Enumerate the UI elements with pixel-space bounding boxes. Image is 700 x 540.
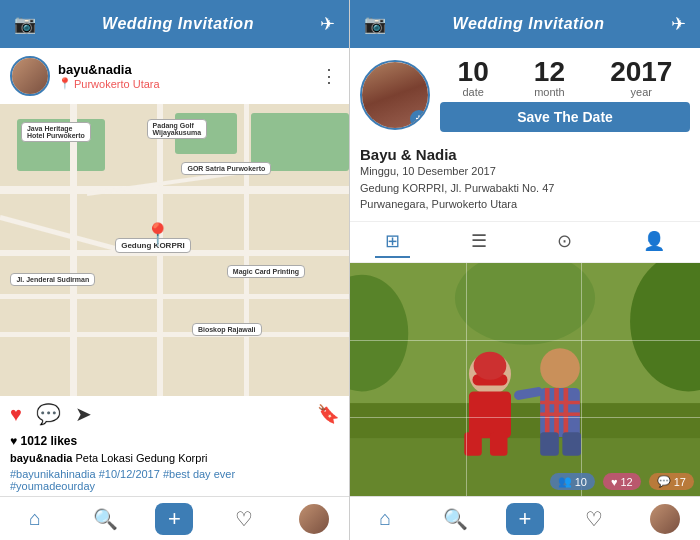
tab-circle[interactable]: ⊙ (547, 226, 582, 258)
left-profile-row: bayu&nadia 📍 Purwokerto Utara ⋮ (0, 48, 349, 104)
date-day-label: date (462, 86, 483, 98)
date-year-label: year (631, 86, 652, 98)
map-label-bioskop: Bioskop Rajawali (192, 323, 262, 336)
map-label-heritage: Java HeritageHotel Purwokerto (21, 122, 91, 142)
svg-rect-20 (562, 432, 581, 455)
right-nav-heart[interactable]: ♡ (574, 499, 614, 539)
stats-overlay: 👥 10 ♥ 12 💬 17 (550, 473, 694, 490)
left-send-icon[interactable]: ✈ (320, 13, 335, 35)
likes-count: ♥ 1012 likes (0, 432, 349, 450)
right-nav-add[interactable]: + (506, 503, 544, 535)
profile-name: bayu&nadia (58, 62, 160, 77)
road-v1 (70, 104, 77, 396)
nav-avatar[interactable] (294, 499, 334, 539)
svg-rect-19 (540, 432, 559, 455)
map-label-gor: GOR Satria Purwokerto (181, 162, 271, 175)
road-h1 (0, 186, 349, 194)
tab-grid[interactable]: ⊞ (375, 226, 410, 258)
right-nav-avatar[interactable] (645, 499, 685, 539)
date-info-container: 10 date 12 month 2017 year Save The Date (440, 58, 690, 132)
left-header-title: Wedding Invitation (102, 15, 254, 33)
profile-location: 📍 Purwokerto Utara (58, 77, 160, 90)
bookmark-icon[interactable]: 🔖 (317, 403, 339, 425)
svg-point-12 (540, 348, 580, 388)
right-panel: 📷 Wedding Invitation ✈ + 10 date 12 mont… (350, 0, 700, 540)
share-icon[interactable]: ➤ (75, 402, 92, 426)
like-icon[interactable]: ♥ (10, 403, 22, 426)
svg-rect-11 (490, 432, 508, 455)
profile-info: bayu&nadia 📍 Purwokerto Utara (10, 56, 160, 96)
right-nav-avatar-img (650, 504, 680, 534)
event-line2: Gedung KORPRI, Jl. Purwabakti No. 47 (360, 180, 690, 197)
svg-point-8 (474, 351, 507, 379)
couple-photo: 👥 10 ♥ 12 💬 17 (350, 263, 700, 497)
road-h3 (0, 294, 349, 299)
location-pin-icon: 📍 (58, 77, 72, 90)
svg-rect-18 (540, 412, 580, 416)
event-details: Bayu & Nadia Minggu, 10 Desember 2017 Ge… (350, 138, 700, 221)
date-month-col: 12 month (534, 58, 565, 98)
avatar (10, 56, 50, 96)
event-line3: Purwanegara, Purwokerto Utara (360, 196, 690, 213)
stat-comments: 💬 17 (649, 473, 694, 490)
map-label-jendral: Jl. Jenderal Sudirman (10, 273, 95, 286)
map-area: Java HeritageHotel Purwokerto Padang Gol… (0, 104, 349, 396)
map-pin: 📍 (144, 222, 171, 248)
save-date-button[interactable]: Save The Date (440, 102, 690, 132)
hashtags: #bayunikahinadia #10/12/2017 #best day e… (0, 466, 349, 496)
stat-followers: 👥 10 (550, 473, 595, 490)
tab-list[interactable]: ☰ (461, 226, 497, 258)
profile-text: bayu&nadia 📍 Purwokerto Utara (58, 62, 160, 90)
event-line1: Minggu, 10 Desember 2017 (360, 163, 690, 180)
post-caption: bayu&nadia Peta Lokasi Gedung Korpri (0, 450, 349, 466)
tab-person[interactable]: 👤 (633, 226, 675, 258)
right-nav-home[interactable]: ⌂ (365, 499, 405, 539)
map-label-padang: Padang GolfWijayakusuma (147, 119, 208, 139)
couple-svg (350, 263, 700, 497)
stat-followers-count: 10 (575, 476, 587, 488)
tabs-row: ⊞ ☰ ⊙ 👤 (350, 221, 700, 263)
svg-rect-17 (540, 400, 580, 404)
stat-comments-count: 17 (674, 476, 686, 488)
nav-avatar-img (299, 504, 329, 534)
left-header: 📷 Wedding Invitation ✈ (0, 0, 349, 48)
date-day-num: 10 (458, 58, 489, 86)
stat-likes-count: 12 (621, 476, 633, 488)
location-text: Purwokerto Utara (74, 78, 160, 90)
left-panel: 📷 Wedding Invitation ✈ bayu&nadia 📍 Purw… (0, 0, 350, 540)
right-camera-icon[interactable]: 📷 (364, 13, 386, 35)
caption-text: Peta Lokasi Gedung Korpri (75, 452, 207, 464)
date-numbers: 10 date 12 month 2017 year (440, 58, 690, 98)
actions-row: ♥ 💬 ➤ 🔖 (0, 396, 349, 432)
svg-rect-9 (469, 391, 511, 438)
couple-avatar-plus[interactable]: + (410, 110, 428, 128)
right-send-icon[interactable]: ✈ (671, 13, 686, 35)
comment-icon[interactable]: 💬 (36, 402, 61, 426)
date-section: + 10 date 12 month 2017 year Save The Da… (350, 48, 700, 138)
left-camera-icon[interactable]: 📷 (14, 13, 36, 35)
nav-add[interactable]: + (155, 503, 193, 535)
left-bottom-nav: ⌂ 🔍 + ♡ (0, 496, 349, 540)
right-nav-search[interactable]: 🔍 (436, 499, 476, 539)
road-h4 (0, 332, 349, 337)
avatar-image (12, 58, 48, 94)
date-day-col: 10 date (458, 58, 489, 98)
stat-likes: ♥ 12 (603, 473, 641, 490)
nav-heart[interactable]: ♡ (224, 499, 264, 539)
nav-home[interactable]: ⌂ (15, 499, 55, 539)
road-v3 (244, 104, 249, 396)
svg-rect-10 (464, 432, 482, 455)
map-label-magic: Magic Card Printing (227, 265, 305, 278)
date-month-num: 12 (534, 58, 565, 86)
right-header: 📷 Wedding Invitation ✈ (350, 0, 700, 48)
date-month-label: month (534, 86, 565, 98)
date-year-col: 2017 year (610, 58, 672, 98)
date-year-num: 2017 (610, 58, 672, 86)
event-couple-names: Bayu & Nadia (360, 146, 690, 163)
right-header-title: Wedding Invitation (453, 15, 605, 33)
couple-photo-area: 👥 10 ♥ 12 💬 17 (350, 263, 700, 497)
nav-search[interactable]: 🔍 (85, 499, 125, 539)
couple-avatar: + (360, 60, 430, 130)
more-options-icon[interactable]: ⋮ (320, 65, 339, 87)
right-bottom-nav: ⌂ 🔍 + ♡ (350, 496, 700, 540)
